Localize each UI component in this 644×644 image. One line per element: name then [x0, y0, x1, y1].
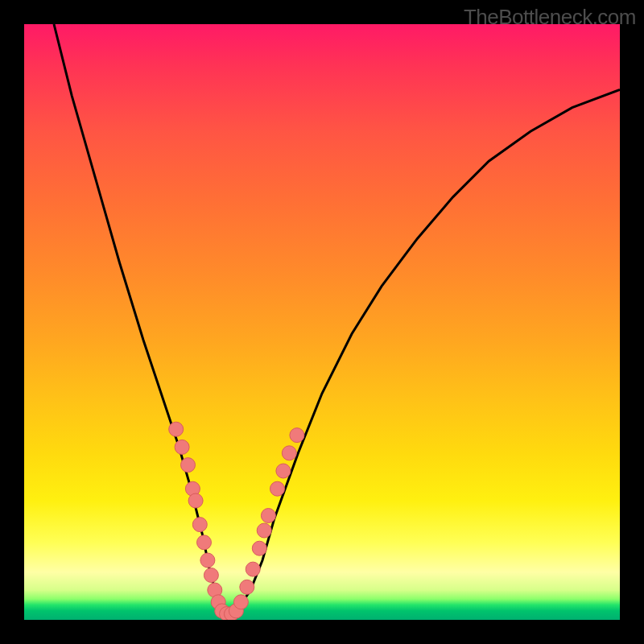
curve-marker: [252, 541, 266, 555]
curve-marker: [290, 428, 304, 443]
curve-marker: [197, 535, 212, 550]
curve-marker: [282, 446, 296, 460]
curve-marker: [276, 464, 291, 478]
curve-marker: [246, 562, 260, 576]
plot-area: [24, 24, 620, 620]
curve-markers: [169, 422, 304, 620]
curve-marker: [270, 481, 285, 496]
curve-marker: [188, 493, 203, 508]
curve-marker: [169, 422, 184, 436]
curve-marker: [204, 568, 218, 583]
chart-svg: [24, 24, 620, 620]
curve-marker: [261, 509, 275, 523]
curve-marker: [200, 553, 215, 568]
watermark-text: TheBottleneck.com: [464, 5, 636, 30]
curve-marker: [181, 458, 196, 473]
chart-frame: TheBottleneck.com: [0, 0, 644, 644]
curve-marker: [192, 518, 207, 532]
bottleneck-curve: [54, 24, 620, 614]
curve-marker: [240, 580, 254, 594]
curve-marker: [233, 595, 248, 609]
curve-marker: [175, 440, 189, 454]
curve-marker: [257, 523, 271, 538]
